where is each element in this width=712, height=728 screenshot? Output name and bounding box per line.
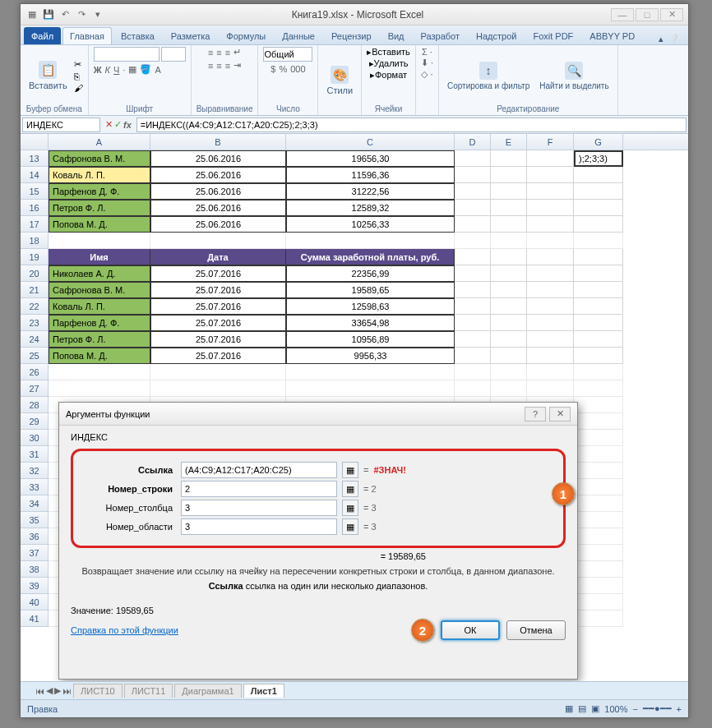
brush-icon[interactable]: 🖌: [74, 83, 83, 93]
header-cell[interactable]: Сумма заработной платы, руб.: [286, 249, 455, 265]
cell[interactable]: [455, 183, 491, 200]
find-select-button[interactable]: 🔍Найти и выделить: [536, 60, 612, 92]
sheet-tab[interactable]: ЛИСТ10: [73, 684, 123, 698]
tab-home[interactable]: Главная: [62, 27, 112, 44]
row-header[interactable]: 33: [21, 479, 49, 495]
cell[interactable]: Николаев А. Д.: [49, 265, 150, 282]
italic-button[interactable]: К: [105, 65, 110, 75]
maximize-button[interactable]: □: [636, 8, 659, 21]
fx-icon[interactable]: fx: [123, 120, 132, 130]
cell[interactable]: 25.06.2016: [150, 216, 286, 233]
row-header[interactable]: 27: [21, 380, 49, 397]
cell[interactable]: [455, 200, 491, 216]
delete-cells-button[interactable]: ▸Удалить: [369, 58, 409, 69]
tab-abbyy[interactable]: ABBYY PD: [582, 27, 642, 44]
paste-button[interactable]: 📋Вставить: [25, 59, 71, 92]
align-right-icon[interactable]: ≡: [225, 61, 230, 71]
sheet-tab-active[interactable]: Лист1: [243, 684, 284, 698]
cell[interactable]: 19589,65: [286, 282, 455, 298]
align-center-icon[interactable]: ≡: [216, 61, 221, 71]
cell[interactable]: 25.07.2016: [150, 315, 286, 331]
sort-filter-button[interactable]: ↕Сортировка и фильтр: [444, 60, 533, 92]
col-C[interactable]: C: [286, 134, 455, 150]
align-top-icon[interactable]: ≡: [208, 48, 213, 58]
cell[interactable]: [574, 200, 623, 216]
font-color-icon[interactable]: A: [155, 65, 160, 75]
cell[interactable]: Попова М. Д.: [49, 348, 150, 364]
row-header[interactable]: 30: [21, 430, 49, 446]
dialog-close-button[interactable]: ✕: [549, 407, 571, 422]
row-header[interactable]: 39: [21, 578, 49, 594]
tab-dev[interactable]: Разработ: [414, 27, 467, 44]
view-normal-icon[interactable]: ▦: [565, 703, 573, 714]
cell[interactable]: 9956,33: [286, 348, 455, 364]
tab-data[interactable]: Данные: [275, 27, 322, 44]
cell[interactable]: 12589,32: [286, 200, 455, 216]
fill-icon[interactable]: 🪣: [140, 64, 151, 75]
tab-formulas[interactable]: Формулы: [219, 27, 273, 44]
currency-icon[interactable]: $: [270, 64, 275, 74]
row-header[interactable]: 29: [21, 413, 49, 430]
align-mid-icon[interactable]: ≡: [216, 48, 221, 58]
cell[interactable]: 31222,56: [286, 183, 455, 200]
col-B[interactable]: B: [150, 134, 286, 150]
row-header[interactable]: 14: [21, 167, 49, 183]
fill-down-icon[interactable]: ⬇ ·: [421, 58, 433, 68]
name-box[interactable]: ИНДЕКС: [22, 117, 100, 132]
row-header[interactable]: 20: [21, 265, 49, 282]
cell[interactable]: Петров Ф. Л.: [49, 331, 150, 348]
tab-foxit[interactable]: Foxit PDF: [525, 27, 580, 44]
copy-icon[interactable]: ⎘: [74, 71, 83, 81]
tab-nav-last-icon[interactable]: ⏭: [62, 686, 72, 696]
ref-picker-icon[interactable]: ▦: [342, 462, 358, 478]
view-break-icon[interactable]: ▣: [591, 703, 599, 714]
row-header[interactable]: 13: [21, 150, 49, 167]
tab-nav-next-icon[interactable]: ▶: [54, 685, 61, 696]
zoom-in-icon[interactable]: +: [677, 704, 682, 714]
row-header[interactable]: 22: [21, 298, 49, 315]
col-G[interactable]: G: [574, 134, 623, 150]
align-bot-icon[interactable]: ≡: [225, 48, 230, 58]
dialog-titlebar[interactable]: Аргументы функции ? ✕: [59, 403, 577, 426]
font-name-input[interactable]: [94, 47, 160, 62]
cell[interactable]: [574, 167, 623, 183]
styles-button[interactable]: 🎨Стили: [323, 64, 356, 97]
row-header[interactable]: 21: [21, 282, 49, 298]
row-header[interactable]: 35: [21, 512, 49, 528]
row-header[interactable]: 37: [21, 545, 49, 561]
number-format-input[interactable]: [263, 47, 312, 62]
cell[interactable]: 25.06.2016: [150, 200, 286, 216]
clear-icon[interactable]: ◇ ·: [421, 69, 432, 80]
align-left-icon[interactable]: ≡: [208, 61, 213, 71]
zoom-level[interactable]: 100%: [604, 704, 627, 714]
help-link[interactable]: Справка по этой функции: [71, 625, 178, 635]
dialog-help-button[interactable]: ?: [525, 407, 546, 422]
row-header[interactable]: 23: [21, 315, 49, 331]
col-E[interactable]: E: [491, 134, 527, 150]
active-cell[interactable]: );2;3;3): [574, 150, 623, 167]
formula-input[interactable]: =ИНДЕКС((A4:C9;A12:C17;A20:C25);2;3;3): [136, 117, 687, 132]
percent-icon[interactable]: %: [279, 64, 287, 74]
cell[interactable]: 19656,30: [286, 150, 455, 167]
undo-icon[interactable]: ↶: [58, 8, 72, 21]
cell[interactable]: 25.06.2016: [150, 167, 286, 183]
cancel-button[interactable]: Отмена: [506, 620, 566, 640]
help-icon[interactable]: ❔: [668, 34, 680, 44]
row-header[interactable]: 25: [21, 348, 49, 364]
cell[interactable]: [527, 150, 574, 167]
row-header[interactable]: 28: [21, 397, 49, 413]
header-cell[interactable]: Имя: [49, 249, 150, 265]
cell[interactable]: 33654,98: [286, 315, 455, 331]
cell[interactable]: Сафронова В. М.: [49, 282, 150, 298]
cell[interactable]: [491, 200, 527, 216]
tab-file[interactable]: Файл: [24, 27, 61, 44]
cell[interactable]: Попова М. Д.: [49, 216, 150, 233]
sheet-tab[interactable]: ЛИСТ11: [124, 684, 173, 698]
arg-row-input[interactable]: [181, 481, 337, 497]
autosum-icon[interactable]: Σ ·: [422, 47, 432, 57]
tab-insert[interactable]: Вставка: [113, 27, 162, 44]
col-D[interactable]: D: [455, 134, 491, 150]
header-cell[interactable]: Дата: [150, 249, 286, 265]
cell[interactable]: [527, 167, 574, 183]
row-header[interactable]: 34: [21, 495, 49, 512]
